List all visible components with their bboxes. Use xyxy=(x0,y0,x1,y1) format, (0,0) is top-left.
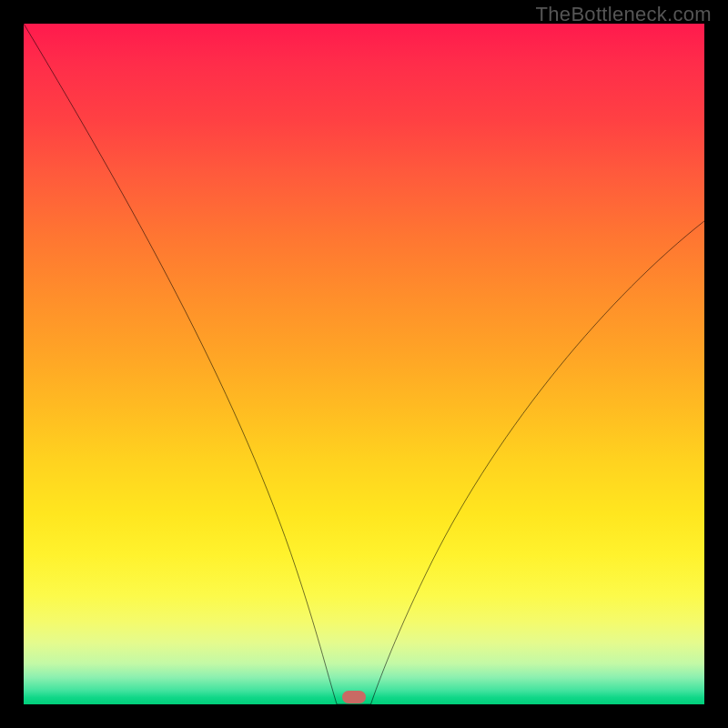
optimal-point-marker xyxy=(342,691,366,703)
curve-path xyxy=(24,24,704,704)
chart-frame: TheBottleneck.com xyxy=(0,0,728,728)
plot-area xyxy=(24,24,704,704)
watermark-text: TheBottleneck.com xyxy=(536,3,712,26)
bottleneck-curve xyxy=(24,24,704,704)
